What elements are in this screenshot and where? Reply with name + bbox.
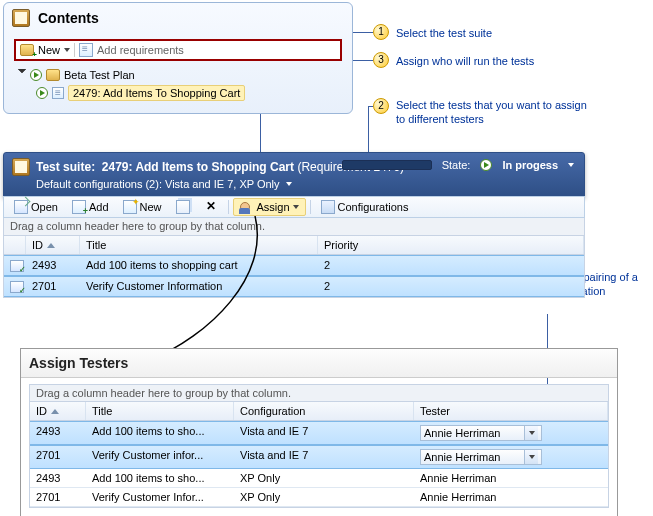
cell-tester: Annie Herriman [414, 446, 608, 468]
open-label: Open [31, 201, 58, 213]
table-row[interactable]: 2493Add 100 items to sho...Vista and IE … [30, 421, 608, 445]
chevron-down-icon[interactable] [293, 205, 299, 209]
group-by-hint[interactable]: Drag a column header here to group by th… [29, 384, 609, 402]
col-title[interactable]: Title [80, 236, 318, 254]
state-value[interactable]: In progess [502, 159, 558, 171]
assign-icon [240, 200, 254, 214]
table-row[interactable]: 2701Verify Customer Infor...XP OnlyAnnie… [30, 488, 608, 507]
tree-root[interactable]: Beta Test Plan [18, 67, 338, 83]
callout-badge-2: 2 [373, 98, 389, 114]
copy-icon [176, 200, 190, 214]
table-row[interactable]: 2493 Add 100 items to shopping cart 2 [4, 255, 584, 276]
configurations-button[interactable]: Configurations [315, 198, 415, 216]
cell-config: XP Only [234, 488, 414, 506]
col-blank[interactable] [4, 236, 26, 254]
sort-asc-icon [47, 243, 55, 248]
callout-text-2: Select the tests that you want to assign… [396, 98, 596, 126]
col-priority[interactable]: Priority [318, 236, 584, 254]
requirement-icon [79, 43, 93, 57]
assign-button[interactable]: Assign [233, 198, 306, 216]
delete-button[interactable]: ✕ [198, 198, 224, 216]
add-button[interactable]: Add [66, 198, 115, 216]
suite-config-line[interactable]: Default configurations (2): Vista and IE… [36, 178, 280, 190]
book-icon [12, 9, 30, 27]
new-label: New [140, 201, 162, 213]
configurations-icon [321, 200, 335, 214]
assign-panel-title: Assign Testers [21, 349, 617, 378]
add-label: Add [89, 201, 109, 213]
assign-grid: ID Title Configuration Tester 2493Add 10… [29, 402, 609, 508]
cell-id: 2701 [30, 446, 86, 468]
tester-dropdown[interactable]: Annie Herriman [420, 449, 542, 465]
play-icon [30, 69, 42, 81]
cell-tester: Annie Herriman [414, 422, 608, 444]
tree-root-label: Beta Test Plan [64, 69, 135, 81]
cell-title: Add 100 items to sho... [86, 469, 234, 487]
cell-priority: 2 [318, 277, 584, 296]
group-by-hint[interactable]: Drag a column header here to group by th… [3, 218, 585, 236]
assign-label: Assign [257, 201, 290, 213]
test-suite-header: Test suite: 2479: Add Items to Shopping … [3, 152, 585, 197]
new-icon [123, 200, 137, 214]
contents-title: Contents [38, 10, 99, 26]
chevron-down-icon[interactable] [568, 163, 574, 167]
callout-badge-1: 1 [373, 24, 389, 40]
callout-badge-3: 3 [373, 52, 389, 68]
state-label: State: [442, 159, 471, 171]
open-button[interactable]: Open [8, 198, 64, 216]
suite-toolbar: Open Add New ✕ Assign Configurations [3, 196, 585, 218]
cell-config: Vista and IE 7 [234, 422, 414, 444]
chevron-down-icon[interactable] [64, 48, 70, 52]
cell-id: 2701 [26, 277, 80, 296]
suite-icon [12, 158, 30, 176]
callout-text-3: Assign who will run the tests [396, 54, 534, 68]
copy-button[interactable] [170, 198, 196, 216]
cell-title: Verify Customer Infor... [86, 488, 234, 506]
assign-testers-panel: Assign Testers Drag a column header here… [20, 348, 618, 516]
col-tester[interactable]: Tester [414, 402, 608, 420]
folder-plus-icon [20, 44, 34, 56]
new-requirements-bar[interactable]: New Add requirements [14, 39, 342, 61]
tester-dropdown[interactable]: Annie Herriman [420, 425, 542, 441]
cell-title: Verify Customer Information [80, 277, 318, 296]
col-title[interactable]: Title [86, 402, 234, 420]
cell-tester: Annie Herriman [414, 488, 608, 506]
cell-title: Verify Customer infor... [86, 446, 234, 468]
new-label: New [38, 44, 60, 56]
cell-config: Vista and IE 7 [234, 446, 414, 468]
tester-value: Annie Herriman [424, 427, 500, 439]
contents-header: Contents [4, 3, 352, 33]
cell-id: 2493 [30, 422, 86, 444]
chevron-down-icon[interactable] [524, 426, 538, 440]
chevron-down-icon[interactable] [524, 450, 538, 464]
callout-text-1: Select the test suite [396, 26, 492, 40]
requirement-icon [52, 87, 64, 99]
cell-id: 2493 [26, 256, 80, 275]
play-icon [480, 159, 492, 171]
add-icon [72, 200, 86, 214]
col-id[interactable]: ID [30, 402, 86, 420]
table-row[interactable]: 2701 Verify Customer Information 2 [4, 276, 584, 297]
chevron-down-icon[interactable] [286, 182, 292, 186]
cell-title: Add 100 items to sho... [86, 422, 234, 444]
progress-bar [342, 160, 432, 170]
suite-prefix: Test suite: [36, 160, 95, 174]
table-row[interactable]: 2493Add 100 items to sho...XP OnlyAnnie … [30, 469, 608, 488]
test-grid: ID Title Priority 2493 Add 100 items to … [3, 236, 585, 298]
col-config[interactable]: Configuration [234, 402, 414, 420]
tester-value: Annie Herriman [420, 491, 496, 503]
cell-tester: Annie Herriman [414, 469, 608, 487]
cell-id: 2701 [30, 488, 86, 506]
folder-icon [46, 69, 60, 81]
table-row[interactable]: 2701Verify Customer infor...Vista and IE… [30, 445, 608, 469]
tree-child-label: 2479: Add Items To Shopping Cart [68, 85, 245, 101]
play-icon [36, 87, 48, 99]
col-id[interactable]: ID [26, 236, 80, 254]
tester-value: Annie Herriman [420, 472, 496, 484]
tree-child[interactable]: 2479: Add Items To Shopping Cart [18, 83, 338, 103]
expand-caret-icon[interactable] [18, 69, 26, 77]
test-plan-tree: Beta Test Plan 2479: Add Items To Shoppi… [18, 67, 338, 103]
sort-asc-icon [51, 409, 59, 414]
cell-priority: 2 [318, 256, 584, 275]
new-button[interactable]: New [117, 198, 168, 216]
